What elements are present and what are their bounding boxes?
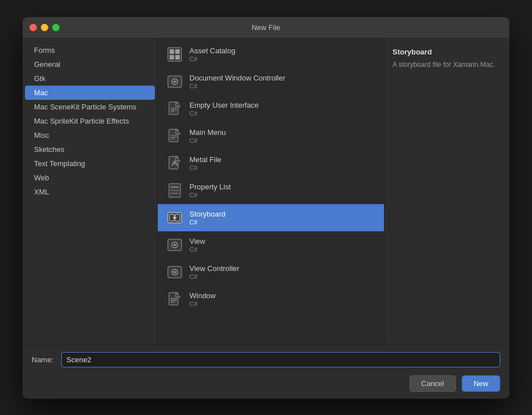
file-name: View Controller xyxy=(189,264,239,273)
file-item-view[interactable]: ViewC# xyxy=(158,231,384,259)
file-name: Empty User Interface xyxy=(189,101,259,109)
file-item-empty-user-interface[interactable]: Empty User InterfaceC# xyxy=(158,95,384,122)
sidebar-item-mac[interactable]: Mac xyxy=(25,86,155,100)
sidebar-item-web[interactable]: Web xyxy=(25,171,155,185)
new-button[interactable]: New xyxy=(462,375,500,392)
name-label: Name: xyxy=(32,355,56,364)
file-name: Metal File xyxy=(189,155,221,164)
sidebar-item-misc[interactable]: Misc xyxy=(25,128,155,142)
asset-catalog-icon xyxy=(166,45,184,63)
detail-description: A storyboard file for Xamarin.Mac. xyxy=(392,60,501,70)
content-area: FormsGeneralGtkMacMac SceneKit Particle … xyxy=(23,39,509,399)
file-name: Document Window Controller xyxy=(189,74,285,82)
file-sub: C# xyxy=(189,246,205,253)
window-title: New File xyxy=(252,23,281,32)
document-icon xyxy=(166,100,184,118)
file-name: Asset Catalog xyxy=(189,46,235,55)
document-icon xyxy=(166,127,184,145)
svg-rect-4 xyxy=(175,55,180,60)
maximize-button[interactable] xyxy=(52,24,60,31)
file-name: Storyboard xyxy=(189,210,226,218)
file-sub: C# xyxy=(189,56,235,62)
file-item-asset-catalog[interactable]: Asset CatalogC# xyxy=(158,41,384,68)
file-sub: C# xyxy=(189,219,226,226)
file-item-view-controller[interactable]: View ControllerC# xyxy=(158,259,384,286)
file-item-window[interactable]: WindowC# xyxy=(158,286,384,313)
file-sub: C# xyxy=(189,300,216,307)
view-icon xyxy=(166,73,184,91)
sidebar-item-mac-spritekit[interactable]: Mac SpriteKit Particle Effects xyxy=(25,114,155,128)
button-row: Cancel New xyxy=(32,375,500,392)
view-icon xyxy=(166,263,184,281)
svg-point-7 xyxy=(174,81,176,83)
list-icon xyxy=(166,181,184,200)
file-list: Asset CatalogC# Document Window Controll… xyxy=(158,39,385,345)
sidebar-item-gtk[interactable]: Gtk xyxy=(25,71,155,86)
file-sub: C# xyxy=(189,192,231,198)
panels: FormsGeneralGtkMacMac SceneKit Particle … xyxy=(23,39,509,345)
storyboard-icon xyxy=(166,209,184,227)
svg-rect-2 xyxy=(175,49,180,54)
file-name: View xyxy=(189,237,205,245)
sidebar-item-general[interactable]: General xyxy=(25,57,155,71)
sidebar-item-sketches[interactable]: Sketches xyxy=(25,142,155,156)
file-sub: C# xyxy=(189,164,221,171)
svg-rect-3 xyxy=(170,55,174,60)
file-name: Property List xyxy=(189,183,231,191)
metal-icon xyxy=(166,154,184,172)
titlebar: New File xyxy=(23,17,509,39)
close-button[interactable] xyxy=(29,24,37,31)
svg-point-34 xyxy=(174,244,176,246)
detail-title: Storyboard xyxy=(392,48,501,56)
detail-panel: Storyboard A storyboard file for Xamarin… xyxy=(385,39,509,345)
sidebar-item-text-templating[interactable]: Text Templating xyxy=(25,156,155,171)
minimize-button[interactable] xyxy=(41,24,48,31)
file-sub: C# xyxy=(189,273,239,280)
file-item-main-menu[interactable]: Main MenuC# xyxy=(158,122,384,150)
sidebar-item-forms[interactable]: Forms xyxy=(25,43,155,57)
window-controls xyxy=(29,24,60,31)
file-item-storyboard[interactable]: StoryboardC# xyxy=(158,204,384,231)
file-name: Main Menu xyxy=(189,128,226,137)
file-name: Window xyxy=(189,291,216,300)
new-file-window: New File FormsGeneralGtkMacMac SceneKit … xyxy=(22,16,510,399)
svg-point-37 xyxy=(174,271,176,273)
file-item-document-window-controller[interactable]: Document Window ControllerC# xyxy=(158,68,384,95)
sidebar-item-mac-scenekit[interactable]: Mac SceneKit Particle Systems xyxy=(25,100,155,114)
file-sub: C# xyxy=(189,137,226,144)
view-icon xyxy=(166,236,184,254)
name-row: Name: xyxy=(32,352,500,367)
cancel-button[interactable]: Cancel xyxy=(409,375,456,392)
name-input[interactable] xyxy=(61,352,500,367)
file-sub: C# xyxy=(189,83,285,90)
bottom-bar: Name: Cancel New xyxy=(23,345,509,399)
sidebar: FormsGeneralGtkMacMac SceneKit Particle … xyxy=(23,39,158,345)
file-item-metal-file[interactable]: Metal FileC# xyxy=(158,150,384,177)
file-sub: C# xyxy=(189,110,259,117)
document-icon xyxy=(166,290,184,308)
sidebar-item-xml[interactable]: XML xyxy=(25,185,155,199)
file-item-property-list[interactable]: Property ListC# xyxy=(158,177,384,204)
svg-rect-1 xyxy=(170,49,174,54)
